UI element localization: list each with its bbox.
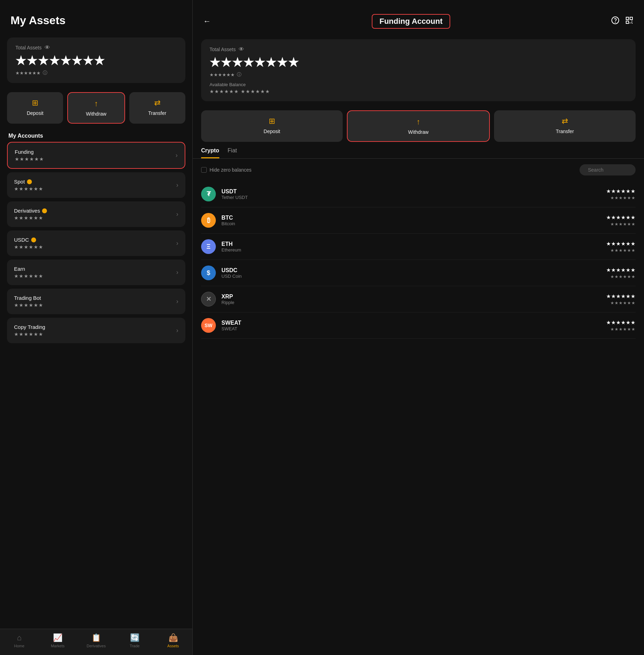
crypto-symbol-xrp: XRP: [221, 294, 601, 300]
account-value-copy-trading: ★★★★★★: [14, 331, 45, 337]
crypto-item-btc[interactable]: ₿ BTC Bitcoin ★★★★★★ ★★★★★★: [201, 207, 636, 234]
account-value-earn: ★★★★★★: [14, 273, 43, 279]
crypto-item-eth[interactable]: Ξ ETH Ethereum ★★★★★★ ★★★★★★: [201, 234, 636, 260]
arrow-icon-usdc: ›: [176, 240, 178, 247]
transfer-icon-right: ⇄: [562, 117, 568, 126]
account-value-usdc: ★★★★★★: [14, 244, 43, 250]
account-item-spot[interactable]: Spot ★★★★★★ ›: [7, 172, 185, 198]
crypto-fullname-xrp: Ripple: [221, 300, 601, 305]
nav-assets[interactable]: 👜 Assets: [154, 633, 192, 648]
page-title: My Assets: [11, 14, 182, 27]
crypto-info-eth: ETH Ethereum: [221, 241, 601, 253]
withdraw-button-right[interactable]: ↑ Withdraw: [347, 110, 490, 142]
transfer-button-right[interactable]: ⇄ Transfer: [494, 110, 636, 142]
assets-amount-right: ★★★★★★★★: [210, 55, 627, 69]
crypto-fullname-eth: Ethereum: [221, 247, 601, 253]
my-accounts-title: My Accounts: [0, 129, 192, 142]
crypto-fullname-usdc: USD Coin: [221, 274, 601, 279]
crypto-item-usdc-coin[interactable]: $ USDC USD Coin ★★★★★★ ★★★★★★: [201, 260, 636, 286]
svg-rect-3: [630, 17, 632, 20]
transfer-button-left[interactable]: ⇄ Transfer: [129, 92, 185, 124]
spot-dot-icon: [27, 179, 32, 184]
crypto-info-btc: BTC Bitcoin: [221, 215, 601, 226]
crypto-fullname-usdt: Tether USDT: [221, 195, 601, 200]
sweat-icon: SW: [201, 318, 216, 333]
search-input[interactable]: [588, 167, 630, 173]
transfer-icon-left: ⇄: [154, 98, 160, 108]
right-panel-title: Funding Account: [372, 14, 450, 29]
tab-fiat[interactable]: Fiat: [228, 147, 237, 158]
assets-icon: 👜: [169, 633, 178, 642]
back-button[interactable]: ←: [203, 17, 211, 26]
crypto-value-btc: ★★★★★★ ★★★★★★: [606, 214, 636, 227]
account-item-derivatives[interactable]: Derivatives ★★★★★★ ›: [7, 201, 185, 227]
derivatives-dot-icon: [42, 208, 47, 213]
crypto-value-eth: ★★★★★★ ★★★★★★: [606, 241, 636, 253]
nav-markets[interactable]: 📈 Markets: [39, 633, 77, 648]
right-header: ← Funding Account: [193, 0, 644, 36]
crypto-value-usdt: ★★★★★★ ★★★★★★: [606, 188, 636, 200]
nav-derivatives[interactable]: 📋 Derivatives: [77, 633, 116, 648]
total-assets-label-right: Total Assets 👁: [210, 46, 627, 53]
right-panel: ← Funding Account: [193, 0, 644, 655]
deposit-icon-left: ⊞: [32, 98, 38, 108]
withdraw-icon-right: ↑: [417, 117, 420, 126]
account-item-left-usdc: USDC ★★★★★★: [14, 237, 43, 250]
crypto-info-usdc-coin: USDC USD Coin: [221, 267, 601, 279]
home-icon: ⌂: [17, 633, 21, 642]
crypto-value-usdc-coin: ★★★★★★ ★★★★★★: [606, 267, 636, 279]
markets-icon: 📈: [53, 633, 62, 642]
account-item-funding[interactable]: Funding ★★★★★★ ›: [7, 142, 185, 169]
account-item-copy-trading[interactable]: Copy Trading ★★★★★★ ›: [7, 318, 185, 343]
crypto-item-sweat[interactable]: SW SWEAT SWEAT ★★★★★★ ★★★★★★: [201, 312, 636, 339]
account-item-earn[interactable]: Earn ★★★★★★ ›: [7, 260, 185, 285]
arrow-icon-trading-bot: ›: [176, 298, 178, 305]
svg-point-1: [615, 22, 615, 22]
info-icon-right: ⓘ: [237, 71, 241, 78]
filter-row: Hide zero balances: [193, 164, 644, 175]
usdc-dot-icon: [31, 237, 36, 242]
eth-icon: Ξ: [201, 239, 216, 254]
crypto-list: ₮ USDT Tether USDT ★★★★★★ ★★★★★★ ₿ BTC B…: [193, 181, 644, 655]
deposit-button-right[interactable]: ⊞ Deposit: [201, 110, 343, 142]
account-item-trading-bot[interactable]: Trading Bot ★★★★★★ ›: [7, 289, 185, 314]
info-icon-left: ⓘ: [43, 70, 47, 76]
tab-crypto[interactable]: Crypto: [201, 147, 219, 158]
svg-rect-2: [626, 17, 629, 20]
search-box: [580, 164, 636, 175]
withdraw-icon-left: ↑: [94, 99, 98, 108]
account-value-spot: ★★★★★★: [14, 186, 43, 192]
usdt-icon: ₮: [201, 187, 216, 201]
bottom-nav: ⌂ Home 📈 Markets 📋 Derivatives 🔄 Trade 👜…: [0, 629, 192, 655]
account-name-usdc: USDC: [14, 237, 43, 243]
account-item-usdc[interactable]: USDC ★★★★★★ ›: [7, 230, 185, 256]
nav-home[interactable]: ⌂ Home: [0, 633, 39, 648]
left-panel: My Assets Total Assets 👁 ★★★★★★★★ ★★★★★★…: [0, 0, 193, 655]
account-name-spot: Spot: [14, 179, 43, 185]
deposit-button-left[interactable]: ⊞ Deposit: [7, 92, 63, 124]
withdraw-button-left[interactable]: ↑ Withdraw: [67, 92, 125, 124]
account-name-copy-trading: Copy Trading: [14, 324, 45, 330]
account-item-left-funding: Funding ★★★★★★: [15, 149, 44, 162]
deposit-icon-right: ⊞: [269, 117, 275, 126]
total-assets-label-left: Total Assets 👁: [15, 44, 177, 51]
help-button[interactable]: [611, 16, 619, 27]
crypto-symbol-usdt: USDT: [221, 188, 601, 195]
hide-zero-checkbox[interactable]: [201, 167, 207, 173]
tabs-row: Crypto Fiat: [193, 147, 644, 159]
arrow-icon-funding: ›: [176, 152, 178, 159]
usdc-coin-icon: $: [201, 266, 216, 280]
crypto-item-usdt[interactable]: ₮ USDT Tether USDT ★★★★★★ ★★★★★★: [201, 181, 636, 207]
crypto-item-xrp[interactable]: ✕ XRP Ripple ★★★★★★ ★★★★★★: [201, 286, 636, 312]
action-buttons-right: ⊞ Deposit ↑ Withdraw ⇄ Transfer: [201, 110, 636, 142]
avail-balance-label: Available Balance: [210, 82, 627, 87]
eye-icon-left[interactable]: 👁: [44, 44, 50, 51]
eye-icon-right[interactable]: 👁: [239, 46, 244, 53]
arrow-icon-spot: ›: [176, 181, 178, 189]
account-name-earn: Earn: [14, 266, 43, 272]
nav-trade[interactable]: 🔄 Trade: [115, 633, 154, 648]
scan-button[interactable]: [625, 16, 633, 27]
account-name-funding: Funding: [15, 149, 44, 155]
crypto-fullname-btc: Bitcoin: [221, 221, 601, 226]
crypto-symbol-sweat: SWEAT: [221, 320, 601, 326]
